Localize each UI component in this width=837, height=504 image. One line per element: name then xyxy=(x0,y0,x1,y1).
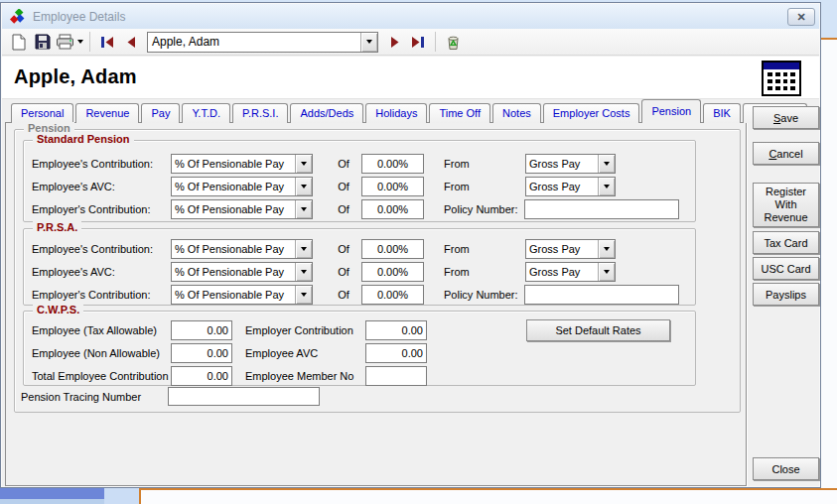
save-record-button[interactable] xyxy=(32,31,54,53)
dropdown-button[interactable] xyxy=(295,200,312,218)
tab-holidays[interactable]: Holidays xyxy=(365,103,427,123)
pay-source-combobox[interactable]: Gross Pay xyxy=(525,262,616,282)
employee-record-combobox[interactable]: Apple, Adam xyxy=(147,32,378,53)
tab-bik[interactable]: BIK xyxy=(703,103,741,123)
tab-pay[interactable]: Pay xyxy=(141,103,180,123)
amount-input[interactable] xyxy=(171,320,232,340)
dropdown-button[interactable] xyxy=(295,286,312,304)
amount-input[interactable] xyxy=(365,320,427,340)
contribution-method-combobox[interactable]: % Of Pensionable Pay xyxy=(171,239,313,259)
cwps-row: Employee (Non Allowable) Employee AVC xyxy=(24,343,695,363)
percent-input[interactable] xyxy=(361,262,424,282)
previous-record-button[interactable] xyxy=(120,31,142,53)
dropdown-button[interactable] xyxy=(598,263,615,281)
last-record-icon xyxy=(411,37,425,48)
amount-input[interactable] xyxy=(171,343,232,363)
toolbar: Apple, Adam xyxy=(2,29,819,56)
close-window-button[interactable]: ✕ xyxy=(787,8,815,26)
print-dropdown-icon[interactable] xyxy=(77,40,83,44)
close-button[interactable]: Close xyxy=(753,457,819,480)
dropdown-button[interactable] xyxy=(598,155,615,173)
percent-input[interactable] xyxy=(361,199,424,219)
chevron-down-icon xyxy=(604,270,610,274)
tab-ytd[interactable]: Y.T.D. xyxy=(182,103,230,123)
grid-icon-header-bar xyxy=(764,63,799,69)
contribution-method-combobox[interactable]: % Of Pensionable Pay xyxy=(171,285,313,305)
standard-pension-row: Employee's AVC: % Of Pensionable Pay Of … xyxy=(24,177,695,196)
dropdown-button[interactable] xyxy=(598,240,615,258)
print-button[interactable] xyxy=(56,31,83,53)
contribution-method-combobox[interactable]: % Of Pensionable Pay xyxy=(171,262,313,282)
tab-pension[interactable]: Pension xyxy=(641,99,701,123)
contribution-method-combobox[interactable]: % Of Pensionable Pay xyxy=(171,177,313,196)
pay-source-combobox[interactable]: Gross Pay xyxy=(525,154,616,174)
titlebar[interactable]: Employee Details ✕ xyxy=(2,4,819,29)
background-bottom-band xyxy=(0,499,104,504)
dropdown-button[interactable] xyxy=(295,178,312,195)
tab-employer-costs[interactable]: Employer Costs xyxy=(543,103,640,123)
chevron-down-icon xyxy=(301,185,307,189)
tab-time-off[interactable]: Time Off xyxy=(429,103,490,123)
employee-name-heading: Apple, Adam xyxy=(14,65,137,88)
amount-input[interactable] xyxy=(171,366,232,386)
pension-tracing-number-input[interactable] xyxy=(168,387,320,406)
register-with-revenue-button[interactable]: Register With Revenue xyxy=(753,183,819,227)
amount-input[interactable] xyxy=(365,343,427,363)
of-label: Of xyxy=(333,181,354,192)
save-button[interactable]: Save xyxy=(753,106,819,129)
dropdown-button[interactable] xyxy=(295,155,312,173)
new-record-button[interactable] xyxy=(8,31,30,53)
standard-pension-row: Employee's Contribution: % Of Pensionabl… xyxy=(24,154,695,174)
contribution-method-combobox[interactable]: % Of Pensionable Pay xyxy=(171,154,313,174)
recycle-bin-icon xyxy=(445,34,462,51)
percent-input[interactable] xyxy=(361,177,424,196)
pay-source-combobox[interactable]: Gross Pay xyxy=(525,239,616,259)
contribution-method-combobox[interactable]: % Of Pensionable Pay xyxy=(171,199,313,219)
policy-number-input[interactable] xyxy=(524,199,679,219)
close-icon: ✕ xyxy=(796,11,805,24)
tab-revenue[interactable]: Revenue xyxy=(75,103,139,123)
combobox-value: % Of Pensionable Pay xyxy=(172,178,312,195)
dropdown-button[interactable] xyxy=(295,240,312,258)
first-record-button[interactable] xyxy=(96,31,118,53)
tab-prsi[interactable]: P.R.S.I. xyxy=(232,103,288,123)
policy-number-input[interactable] xyxy=(524,285,679,305)
pension-tracing-number-label: Pension Tracing Number xyxy=(21,391,141,403)
policy-number-label: Policy Number: xyxy=(444,203,518,215)
percent-input[interactable] xyxy=(361,154,424,174)
from-label: From xyxy=(444,243,470,255)
tab-personal[interactable]: Personal xyxy=(11,103,73,123)
chevron-down-icon xyxy=(301,270,307,274)
chevron-down-icon xyxy=(604,247,610,251)
delete-record-button[interactable] xyxy=(442,31,464,53)
payslips-button[interactable]: Payslips xyxy=(753,283,819,306)
next-record-button[interactable] xyxy=(383,31,405,53)
chevron-down-icon xyxy=(301,293,307,297)
pay-source-combobox[interactable]: Gross Pay xyxy=(525,177,616,196)
cwps-label: Employer Contribution xyxy=(245,324,353,336)
percent-input[interactable] xyxy=(361,239,424,259)
standard-pension-groupbox: Standard Pension Employee's Contribution… xyxy=(23,140,696,222)
cwps-groupbox: C.W.P.S. Employee (Tax Allowable) Employ… xyxy=(23,311,696,386)
dropdown-button[interactable] xyxy=(598,178,615,195)
usc-card-button[interactable]: USC Card xyxy=(753,257,819,280)
tax-card-button[interactable]: Tax Card xyxy=(753,231,819,254)
cwps-label: Employee Member No xyxy=(245,370,353,382)
row-label: Employer's Contribution: xyxy=(32,203,151,215)
tab-notes[interactable]: Notes xyxy=(492,103,541,123)
prsa-row: Employer's Contribution: % Of Pensionabl… xyxy=(24,285,695,305)
dropdown-button[interactable] xyxy=(295,263,312,281)
set-default-rates-button[interactable]: Set Default Rates xyxy=(526,319,670,341)
member-no-input[interactable] xyxy=(365,366,427,386)
cwps-title: C.W.P.S. xyxy=(33,304,83,315)
app-diamonds-icon xyxy=(10,9,26,25)
of-label: Of xyxy=(333,203,354,215)
last-record-button[interactable] xyxy=(407,31,429,53)
tab-strip: Personal Revenue Pay Y.T.D. P.R.S.I. Add… xyxy=(11,99,809,123)
cancel-button[interactable]: Cancel xyxy=(753,142,819,165)
tab-adds-deds[interactable]: Adds/Deds xyxy=(290,103,363,123)
of-label: Of xyxy=(333,266,354,278)
dropdown-button[interactable] xyxy=(360,33,377,52)
percent-input[interactable] xyxy=(361,285,424,305)
cwps-row: Total Employee Contribution Employee Mem… xyxy=(24,366,695,386)
